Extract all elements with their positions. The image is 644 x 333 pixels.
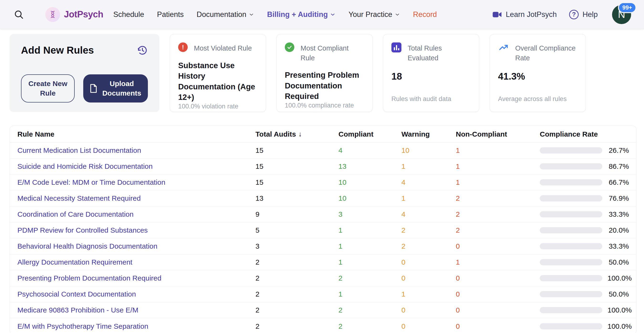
nav-item-your-practice[interactable]: Your Practice <box>348 10 400 19</box>
compliance-rate-label: 33.3% <box>608 210 629 218</box>
compliance-bar <box>540 211 602 217</box>
noncompliant-cell: 0 <box>456 242 540 250</box>
compliant-cell: 2 <box>338 306 402 314</box>
total-audits-cell: 2 <box>256 306 338 314</box>
compliance-rate-label: 50.0% <box>608 290 629 298</box>
compliant-cell: 3 <box>338 210 402 218</box>
top-nav-right: Learn JotPsych ? Help N 99+ <box>492 5 631 24</box>
noncompliant-cell: 0 <box>456 274 540 282</box>
jotpsych-logo-icon <box>45 7 60 22</box>
stat-value: 41.3% <box>498 70 578 83</box>
stat-label: Most Violated Rule <box>194 42 252 53</box>
column-header-compliant[interactable]: Compliant <box>338 130 402 138</box>
search-icon <box>14 9 24 19</box>
rule-name-link[interactable]: Coordination of Care Documentation <box>18 210 256 218</box>
warning-cell: 1 <box>402 290 456 298</box>
nav-item-schedule[interactable]: Schedule <box>113 10 144 19</box>
compliance-rate-cell: 26.7% <box>540 146 629 154</box>
compliance-bar <box>540 147 602 153</box>
compliance-rate-cell: 20.0% <box>540 226 629 234</box>
rule-name-link[interactable]: Medical Necessity Statement Required <box>18 194 256 202</box>
stat-card-most-compliant: Most Compliant Rule Presenting Problem D… <box>276 34 372 112</box>
table-row: PDMP Review for Controlled Substances 5 … <box>10 222 636 238</box>
stat-label: Total Rules Evaluated <box>408 42 471 63</box>
rule-name-link[interactable]: Allergy Documentation Requirement <box>18 258 256 266</box>
warning-cell: 1 <box>402 162 456 170</box>
search-button[interactable] <box>14 9 24 20</box>
table-row: Allergy Documentation Requirement 2 1 0 … <box>10 254 636 270</box>
rule-name-link[interactable]: E/M with Psychotherapy Time Separation <box>18 322 256 331</box>
compliant-cell: 1 <box>338 242 402 250</box>
nav-item-documentation[interactable]: Documentation <box>196 10 254 19</box>
table-row: Psychosocial Context Documentation 2 1 1… <box>10 286 636 302</box>
rule-name-link[interactable]: Behavioral Health Diagnosis Documentatio… <box>18 242 256 250</box>
column-header-non-compliant[interactable]: Non-Compliant <box>456 130 540 138</box>
user-avatar[interactable]: N 99+ <box>612 5 631 24</box>
compliance-rate-cell: 50.0% <box>540 258 629 266</box>
rule-name-link[interactable]: Suicide and Homicide Risk Documentation <box>18 162 256 170</box>
compliance-rate-label: 76.9% <box>608 194 629 202</box>
top-nav: JotPsych Schedule Patients Documentation… <box>0 0 644 29</box>
compliance-rate-cell: 100.0% <box>540 306 629 314</box>
table-row: Current Medication List Documentation 15… <box>10 143 636 159</box>
table-row: E/M Code Level: MDM or Time Documentatio… <box>10 174 636 190</box>
create-new-rule-button[interactable]: Create New Rule <box>21 74 75 102</box>
jotpsych-logo[interactable]: JotPsych <box>45 7 103 22</box>
compliance-rate-label: 66.7% <box>608 178 629 186</box>
noncompliant-cell: 1 <box>456 258 540 266</box>
compliance-bar <box>540 307 602 313</box>
nav-item-record[interactable]: Record <box>413 10 437 19</box>
compliance-rate-label: 100.0% <box>608 322 632 331</box>
trending-up-icon <box>498 42 509 52</box>
rule-name-link[interactable]: PDMP Review for Controlled Substances <box>18 226 256 234</box>
bar-chart-icon <box>392 42 402 52</box>
stat-value: Substance Use History Documentation (Age… <box>178 60 258 103</box>
noncompliant-cell: 1 <box>456 178 540 186</box>
column-header-compliance-rate[interactable]: Compliance Rate <box>540 130 629 138</box>
video-camera-icon <box>492 9 502 19</box>
noncompliant-cell: 2 <box>456 226 540 234</box>
total-audits-cell: 2 <box>256 290 338 298</box>
rule-name-link[interactable]: Presenting Problem Documentation Require… <box>18 274 256 282</box>
compliant-cell: 10 <box>338 194 402 202</box>
warning-cell: 10 <box>402 146 456 154</box>
compliant-cell: 2 <box>338 274 402 282</box>
stat-card-total-rules: Total Rules Evaluated 18 Rules with audi… <box>383 34 479 112</box>
compliance-bar <box>540 227 602 233</box>
rule-name-link[interactable]: Current Medication List Documentation <box>18 146 256 154</box>
column-header-warning[interactable]: Warning <box>402 130 456 138</box>
warning-cell: 0 <box>402 258 456 266</box>
rule-name-link[interactable]: Medicare 90863 Prohibition - Use E/M <box>18 306 256 314</box>
help-button[interactable]: ? Help <box>569 10 598 19</box>
warning-cell: 0 <box>402 306 456 314</box>
compliance-bar <box>540 243 602 249</box>
warning-cell: 0 <box>402 274 456 282</box>
total-audits-cell: 3 <box>256 242 338 250</box>
stat-footer: Rules with audit data <box>392 95 471 103</box>
compliant-cell: 13 <box>338 162 402 170</box>
column-header-total-audits[interactable]: Total Audits ↓ <box>256 130 338 138</box>
compliance-rate-cell: 33.3% <box>540 210 629 218</box>
check-circle-icon <box>285 42 294 52</box>
stat-footer: 100.0% violation rate <box>178 103 258 110</box>
add-new-rules-card: Add New Rules Create New Rule Upload Doc… <box>10 34 159 112</box>
total-audits-cell: 15 <box>256 178 338 186</box>
stat-card-overall-compliance: Overall Compliance Rate 41.3% Average ac… <box>490 34 586 112</box>
upload-documents-button[interactable]: Upload Documents <box>83 74 148 102</box>
compliance-rate-cell: 66.7% <box>540 178 629 186</box>
stat-label: Most Compliant Rule <box>300 42 364 63</box>
compliance-rate-cell: 76.9% <box>540 194 629 202</box>
stat-card-most-violated: ! Most Violated Rule Substance Use Histo… <box>170 34 266 112</box>
brand-wordmark: JotPsych <box>64 9 103 19</box>
table-row: E/M with Psychotherapy Time Separation 2… <box>10 318 636 333</box>
nav-item-billing-auditing[interactable]: Billing + Auditing <box>267 10 336 19</box>
rule-name-link[interactable]: E/M Code Level: MDM or Time Documentatio… <box>18 178 256 186</box>
nav-item-patients[interactable]: Patients <box>157 10 184 19</box>
history-button[interactable] <box>137 45 148 56</box>
add-rules-title: Add New Rules <box>21 44 94 56</box>
chevron-down-icon <box>330 12 336 17</box>
learn-jotpsych-button[interactable]: Learn JotPsych <box>492 9 557 19</box>
rule-name-link[interactable]: Psychosocial Context Documentation <box>18 290 256 298</box>
column-header-rule-name[interactable]: Rule Name <box>18 130 256 138</box>
warning-cell: 4 <box>402 178 456 186</box>
